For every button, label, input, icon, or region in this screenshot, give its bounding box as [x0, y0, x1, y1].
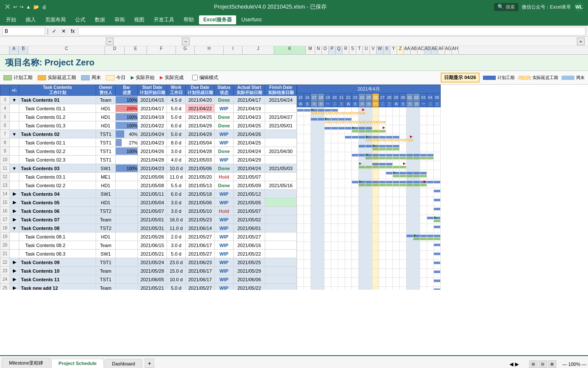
- menu-insert[interactable]: 插入: [21, 15, 40, 24]
- quick-print-icon[interactable]: 🖨: [42, 4, 47, 9]
- task-name-cell[interactable]: Task Contents 01.1: [19, 104, 96, 113]
- expand-collapse-cell[interactable]: ▼: [10, 224, 19, 233]
- expand-collapse-cell[interactable]: [10, 241, 19, 250]
- expand-collapse-cell[interactable]: ▼: [10, 130, 19, 138]
- expand-collapse-cell[interactable]: [10, 173, 19, 181]
- tab-milestone[interactable]: Milestone里程碑: [2, 358, 50, 368]
- task-name-cell[interactable]: Task Contents 03.1: [19, 173, 96, 181]
- task-name-cell[interactable]: Task Contents 08: [19, 224, 96, 233]
- expand-collapse-cell[interactable]: ▶: [10, 267, 19, 275]
- gantt-cell: [345, 125, 352, 134]
- gantt-cell: [359, 278, 366, 287]
- task-name-cell[interactable]: Task Contents 04: [19, 190, 96, 198]
- gantt-cell: [386, 224, 393, 233]
- expand-collapse-cell[interactable]: [10, 156, 19, 164]
- add-sheet-btn[interactable]: +: [145, 359, 154, 368]
- formula-check[interactable]: ✓: [50, 28, 58, 34]
- menu-view[interactable]: 视图: [130, 15, 149, 24]
- gantt-cell: [393, 161, 400, 170]
- expand-collapse-cell[interactable]: [10, 121, 19, 130]
- expand-collapse-cell[interactable]: [10, 233, 19, 241]
- expand-btn[interactable]: +: [577, 38, 585, 45]
- expand-collapse-cell[interactable]: [10, 181, 19, 190]
- date-display[interactable]: 日期显示 04/26: [441, 73, 480, 82]
- task-name-cell[interactable]: Task Contents 08.1: [19, 233, 96, 241]
- task-name-cell[interactable]: Task Contents 02.2: [19, 147, 96, 156]
- expand-collapse-cell[interactable]: [10, 138, 19, 147]
- menu-start[interactable]: 开始: [2, 15, 20, 24]
- menu-data[interactable]: 数据: [91, 15, 109, 24]
- expand-collapse-cell[interactable]: [10, 250, 19, 258]
- expand-collapse-cell[interactable]: ▶: [10, 190, 19, 198]
- due-date-cell: 2021/06/14: [186, 224, 215, 233]
- gantt-cell: [311, 287, 318, 290]
- col-h: H: [195, 46, 224, 54]
- expand-collapse-cell[interactable]: ▶: [10, 207, 19, 215]
- gantt-row: ▶: [297, 215, 441, 224]
- page-break-btn[interactable]: ⊠: [548, 360, 556, 368]
- gantt-plan-bar: [434, 199, 440, 201]
- task-name-cell[interactable]: Task Contents 07: [19, 215, 96, 224]
- formula-cancel[interactable]: ✕: [60, 28, 67, 34]
- expand-collapse-cell[interactable]: ▶: [10, 275, 19, 284]
- menu-excel-server[interactable]: Excel服务器: [199, 15, 236, 24]
- menu-formula[interactable]: 公式: [71, 15, 90, 24]
- expand-collapse-cell[interactable]: [10, 147, 19, 156]
- task-name-cell[interactable]: Task Contents 02.3: [19, 156, 96, 164]
- task-name-cell[interactable]: Task Contents 02.2: [19, 181, 96, 190]
- formula-input[interactable]: [78, 27, 585, 35]
- task-name-cell[interactable]: Task Contents 11: [19, 275, 96, 284]
- gantt-plan-bar: [379, 181, 386, 183]
- menu-review[interactable]: 审阅: [110, 15, 129, 24]
- edit-mode-checkbox[interactable]: [192, 75, 198, 80]
- task-name-cell[interactable]: Task Contents 01: [19, 96, 96, 104]
- expand-collapse-cell[interactable]: ▶: [10, 198, 19, 207]
- expand-collapse-cell[interactable]: [10, 113, 19, 121]
- quick-save-icon[interactable]: ▲: [26, 4, 31, 9]
- task-name-cell[interactable]: Task Contents 05: [19, 198, 96, 207]
- name-box[interactable]: [3, 27, 45, 35]
- task-name-cell[interactable]: Task Contents 01.2: [19, 113, 96, 121]
- task-name-cell[interactable]: Task Contents 08.2: [19, 241, 96, 250]
- tab-schedule[interactable]: Project Schedule: [51, 359, 104, 368]
- collapse-btn[interactable]: −: [106, 38, 114, 45]
- normal-view-btn[interactable]: ⊞: [529, 360, 538, 368]
- formula-fx[interactable]: fx: [69, 28, 76, 34]
- actual-start-cell: 2021/04/26: [234, 130, 265, 138]
- quick-open-icon[interactable]: 📂: [33, 4, 39, 10]
- task-name-cell[interactable]: Task Contents 03: [19, 164, 96, 173]
- actual-start-cell: 2021/06/06: [234, 275, 265, 284]
- search-box[interactable]: 🔍 搜索: [494, 3, 518, 11]
- task-name-cell[interactable]: Task Contents 02.1: [19, 138, 96, 147]
- expand-collapse-cell[interactable]: ▼: [10, 164, 19, 173]
- task-name-cell[interactable]: Task Contents 10: [19, 267, 96, 275]
- gantt-cell: [297, 170, 304, 179]
- menu-layout[interactable]: 页面布局: [41, 15, 70, 24]
- redo-icon[interactable]: ↪: [20, 4, 23, 10]
- task-name-cell[interactable]: Task Contents 08.3: [19, 250, 96, 258]
- gantt-cell: [345, 233, 352, 242]
- tab-dashboard[interactable]: Dashboard: [105, 359, 142, 368]
- menu-dev[interactable]: 开发工具: [149, 15, 178, 24]
- collapse-btn2[interactable]: −: [182, 38, 190, 45]
- gantt-cell: [372, 224, 379, 233]
- menu-help[interactable]: 帮助: [179, 15, 198, 24]
- expand-collapse-cell[interactable]: [10, 104, 19, 113]
- row-number: 4: [0, 104, 10, 113]
- expand-collapse-cell[interactable]: ▶: [10, 258, 19, 267]
- right-legend-plan: 计划工期: [483, 75, 515, 81]
- task-name-cell[interactable]: Task Contents 02: [19, 130, 96, 138]
- expand-collapse-cell[interactable]: ▼: [10, 96, 19, 104]
- menu-userfunc[interactable]: Userfunc: [237, 16, 266, 24]
- undo-icon[interactable]: ↩: [13, 4, 17, 10]
- scroll-left[interactable]: ◀: [509, 361, 513, 367]
- task-name-cell[interactable]: Task Contents 01.3: [19, 121, 96, 130]
- task-name-cell[interactable]: Task Contents 06: [19, 207, 96, 215]
- gantt-plan-bar: [372, 181, 379, 183]
- page-view-btn[interactable]: ⊟: [538, 360, 547, 368]
- task-name-cell[interactable]: Task Contents 09: [19, 258, 96, 267]
- scroll-right[interactable]: ▶: [515, 361, 519, 367]
- expand-collapse-cell[interactable]: ▶: [10, 284, 19, 290]
- expand-collapse-cell[interactable]: ▶: [10, 215, 19, 224]
- task-name-cell[interactable]: Task new add 12: [19, 284, 96, 290]
